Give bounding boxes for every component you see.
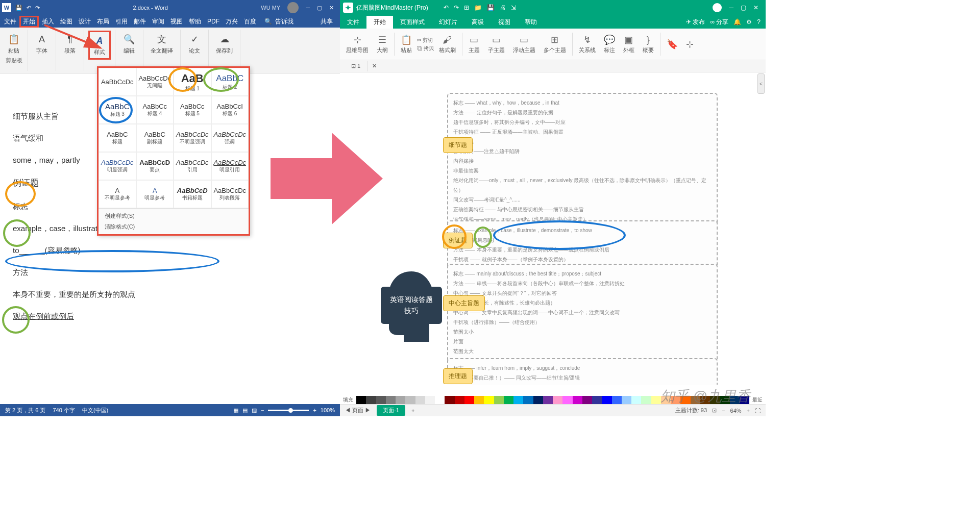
branch-line[interactable]: 干扰项特征 —— 正反混淆——主被动、因果倒置 <box>453 127 712 137</box>
color-swatch[interactable] <box>405 396 415 404</box>
style-intense-emphasis[interactable]: AaBbCcDc明显强调 <box>99 152 136 180</box>
style-nospacing[interactable]: AaBbCcDc无间隔 <box>136 68 174 96</box>
color-swatch[interactable] <box>562 396 572 404</box>
undo-icon[interactable]: ↶ <box>27 5 31 11</box>
branch-line[interactable]: 中心句 —— 文章开头的提问"？"，对它的回答 <box>453 288 712 298</box>
color-swatch[interactable] <box>602 396 611 404</box>
marker-button[interactable]: 🔖 <box>664 31 681 58</box>
tellme[interactable]: 告诉我 <box>272 16 297 27</box>
color-swatch[interactable] <box>573 396 582 404</box>
view-icon[interactable]: ▦ <box>233 407 238 414</box>
color-swatch[interactable] <box>553 396 562 404</box>
m-menu-view[interactable]: 视图 <box>491 16 518 29</box>
branch-line[interactable]: 方法 —— 定位好句子，是解题最重要的依据 <box>453 108 712 117</box>
saveto-button[interactable]: ☁保存到 <box>213 31 236 57</box>
m-menu-slides[interactable]: 幻灯片 <box>432 16 464 29</box>
color-swatch[interactable] <box>612 396 622 404</box>
maximize-icon[interactable]: ▢ <box>741 4 746 11</box>
style-intense-ref[interactable]: A明显参考 <box>136 180 174 208</box>
branch-title-infer[interactable]: 推理题 <box>443 368 473 384</box>
style-book-title[interactable]: AaBbCcD书籍标题 <box>174 180 211 208</box>
close-icon[interactable]: ✕ <box>329 5 334 11</box>
callout-button[interactable]: 💬标注 <box>601 31 618 58</box>
minimize-icon[interactable]: ─ <box>729 4 733 11</box>
page-indicator[interactable]: 第 2 页，共 6 页 <box>5 407 45 414</box>
style-heading4[interactable]: AaBbCc标题 4 <box>136 96 174 124</box>
branch-line[interactable]: 独白句——（长，有陈述性，长难句必出题） <box>453 298 712 308</box>
menu-baidu[interactable]: 百度 <box>241 16 259 27</box>
branch-line[interactable]: 片面 <box>453 337 712 346</box>
menu-help[interactable]: 帮助 <box>186 16 204 27</box>
menu-file[interactable]: 文件 <box>1 16 19 27</box>
color-swatch[interactable] <box>396 396 405 404</box>
color-swatch[interactable] <box>631 396 641 404</box>
redo-icon[interactable]: ↷ <box>454 4 459 11</box>
style-subtitle[interactable]: AaBbC副标题 <box>136 124 174 152</box>
fullscreen-icon[interactable]: ⛶ <box>755 408 761 414</box>
save-icon[interactable]: 💾 <box>487 4 495 11</box>
clear-format[interactable]: 清除格式(C) <box>105 221 242 232</box>
language[interactable]: 中文(中国) <box>82 407 108 414</box>
mind-canvas[interactable]: < 英语阅读答题技巧 细节题 标志 —— what，why，how，becaus… <box>340 72 766 385</box>
menu-mailings[interactable]: 邮件 <box>131 16 149 27</box>
search-icon[interactable]: 🔍 <box>264 18 272 25</box>
color-swatch[interactable] <box>641 396 651 404</box>
branch-line[interactable]: 绝对化用词——only，must，all，never，exclusively 最… <box>453 175 712 195</box>
branch-line[interactable]: 概念偷换 <box>453 137 712 146</box>
relation-button[interactable]: ↯关系线 <box>576 31 599 58</box>
color-swatch[interactable] <box>513 396 523 404</box>
help-icon[interactable]: ? <box>757 18 761 26</box>
style-intense-quote[interactable]: AaBbCcDc明显引用 <box>211 152 249 180</box>
page-nav[interactable]: ◀ 页面 ▶ <box>345 407 371 414</box>
color-swatch[interactable] <box>455 396 464 404</box>
m-menu-file[interactable]: 文件 <box>340 16 366 29</box>
style-quote[interactable]: AaBbCcDc引用 <box>174 152 211 180</box>
branch-line[interactable]: 标志 —— mainly about/discuss；the best titl… <box>453 269 712 279</box>
outline-button[interactable]: ☰大纲 <box>374 31 391 58</box>
branch-line[interactable]: 方法 —— 串线——将各段首末句（各段中心）串联成一个整体，注意转折处 <box>453 279 712 288</box>
topic-button[interactable]: ▭主题 <box>465 31 483 58</box>
style-subtle-emphasis[interactable]: AaBbCcDc不明显强调 <box>174 124 211 152</box>
page-tab[interactable]: 页面-1 <box>377 405 405 416</box>
create-style[interactable]: 创建样式(S) <box>105 211 242 221</box>
bell-icon[interactable]: 🔔 <box>733 18 741 26</box>
boundary-button[interactable]: ▣外框 <box>620 31 638 58</box>
collapse-panel-icon[interactable]: < <box>757 73 765 94</box>
color-swatch[interactable] <box>356 396 366 404</box>
branch-line[interactable]: 正确答案特征 —— 与中心思想密切相关——细节服从主旨 <box>453 205 712 214</box>
menu-wanxing[interactable]: 万兴 <box>223 16 241 27</box>
summary-button[interactable]: }概要 <box>640 31 657 58</box>
struct-button[interactable]: ⊹ <box>683 31 697 58</box>
style-normal[interactable]: AaBbCcDc <box>99 68 136 96</box>
zoom-in-icon[interactable]: + <box>313 407 316 413</box>
style-subtle-ref[interactable]: A不明显参考 <box>99 180 136 208</box>
format-button[interactable]: 🖌格式刷 <box>436 31 459 58</box>
minimize-icon[interactable]: ─ <box>306 5 310 11</box>
export-icon[interactable]: ⇲ <box>511 4 516 11</box>
style-title[interactable]: AaBbC标题 <box>99 124 136 152</box>
mindmap-button[interactable]: ⊹思维导图 <box>343 31 372 58</box>
color-swatch[interactable] <box>484 396 494 404</box>
zoom-value[interactable]: 100% <box>321 407 335 413</box>
maximize-icon[interactable]: ▢ <box>317 5 322 11</box>
color-swatch[interactable] <box>651 396 661 404</box>
color-swatch[interactable] <box>376 396 386 404</box>
zoom-in-icon[interactable]: + <box>747 408 750 414</box>
color-swatch[interactable] <box>523 396 533 404</box>
color-swatch[interactable] <box>504 396 513 404</box>
close-icon[interactable]: ✕ <box>753 4 758 11</box>
branch-line[interactable]: 中心词 —— 文章中反复高频出现的词——中心词不止一个；注意同义改写 <box>453 308 712 317</box>
zoom-value[interactable]: 64% <box>730 408 742 414</box>
gear-icon[interactable]: ⚙ <box>746 18 752 26</box>
cut-button[interactable]: ✂ 剪切 <box>417 37 434 44</box>
m-menu-home[interactable]: 开始 <box>366 16 393 29</box>
new-icon[interactable]: ⊞ <box>464 4 469 11</box>
branch-line[interactable]: 逻辑推理——推理多在转折处 <box>453 383 712 385</box>
m-menu-help[interactable]: 帮助 <box>518 16 544 29</box>
edit-button[interactable]: 🔍编辑 <box>119 31 139 57</box>
color-swatch[interactable] <box>533 396 543 404</box>
zoom-slider[interactable] <box>268 410 309 411</box>
branch-detail[interactable]: 细节题 标志 —— what，why，how，because，in that方法… <box>447 93 718 229</box>
web-icon[interactable]: ▨ <box>252 407 257 414</box>
copy-button[interactable]: ⿻ 拷贝 <box>417 45 434 52</box>
